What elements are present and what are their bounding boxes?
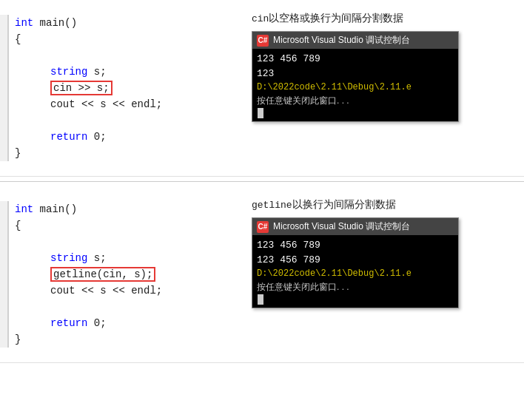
line-content: string s; (9, 252, 107, 264)
line-content: } (9, 333, 21, 345)
getline-console-line-2: 123 456 789 (257, 253, 454, 268)
line-gutter (0, 315, 9, 331)
console-cs-icon: C# (257, 35, 269, 47)
line-gutter (0, 96, 9, 112)
getline-code-line-1: int main() (0, 201, 252, 217)
line-content: getline(cin, s); (9, 267, 155, 282)
line-content: int main() (9, 203, 77, 215)
getline-code-line-7: } (0, 331, 252, 348)
cin-code-area: int main() { string s; cin >> s; (0, 9, 252, 167)
cin-desc-text: 以空格或换行为间隔分割数据 (269, 13, 403, 24)
line-content: return 0; (9, 317, 107, 329)
line-content (9, 50, 21, 61)
cin-console-prompt: 按任意键关闭此窗口. . . (257, 94, 454, 107)
cin-right-panel: cin以空格或换行为间隔分割数据 C# Microsoft Visual Stu… (252, 9, 459, 167)
code-line-6: return 0; (0, 129, 252, 145)
getline-description: getline以换行为间隔分割数据 (252, 198, 396, 211)
code-line-3: string s; (0, 64, 252, 80)
line-content: { (9, 220, 21, 231)
line-gutter (0, 112, 9, 129)
line-content: { (9, 33, 21, 45)
cin-console-title: Microsoft Visual Studio 调试控制台 (273, 34, 410, 47)
line-content (9, 236, 21, 248)
cin-console-window: C# Microsoft Visual Studio 调试控制台 123 456… (252, 31, 459, 122)
getline-code-area: int main() { string s; getline(cin, s); (0, 195, 252, 353)
line-content (9, 301, 21, 313)
keyword-string: string (50, 66, 87, 78)
getline-code-line-2: { (0, 217, 252, 234)
line-gutter (0, 331, 9, 348)
line-gutter (0, 47, 9, 64)
page-container: int main() { string s; cin >> s; (0, 0, 524, 363)
line-content: cout << s << endl; (9, 98, 162, 110)
cin-mono-label: cin (252, 13, 269, 24)
getline-code-line-5: cout << s << endl; (0, 282, 252, 299)
code-line-5: cout << s << endl; (0, 96, 252, 112)
code-line-blank1 (0, 47, 252, 64)
keyword-string: string (50, 252, 87, 264)
keyword-return: return (50, 317, 87, 329)
code-line-7: } (0, 145, 252, 161)
cin-highlight-box: cin >> s; (50, 81, 112, 95)
getline-code-line-blank1 (0, 234, 252, 250)
line-content: string s; (9, 66, 107, 78)
cin-console-body: 123 456 789 123 D:\2022code\2.11\Debug\2… (252, 49, 458, 121)
line-gutter (0, 282, 9, 299)
line-gutter (0, 129, 9, 145)
line-content: return 0; (9, 131, 107, 143)
getline-code-line-4-highlight: getline(cin, s); (0, 266, 252, 282)
getline-right-panel: getline以换行为间隔分割数据 C# Microsoft Visual St… (252, 195, 459, 353)
keyword-int: int (15, 203, 33, 215)
line-gutter (0, 15, 9, 31)
line-gutter (0, 217, 9, 234)
getline-desc-text: 以换行为间隔分割数据 (292, 199, 396, 210)
line-content (9, 115, 21, 126)
cin-console-line-2: 123 (257, 67, 454, 81)
line-gutter (0, 145, 9, 161)
line-content: } (9, 147, 21, 159)
section-divider (0, 181, 524, 182)
getline-section: int main() { string s; getline(cin, s); (0, 186, 524, 363)
line-content: cin >> s; (9, 81, 112, 95)
line-gutter (0, 266, 9, 282)
line-gutter (0, 201, 9, 217)
getline-console-line-1: 123 456 789 (257, 238, 454, 253)
code-line-blank2 (0, 112, 252, 129)
line-gutter (0, 299, 9, 315)
cin-console-path: D:\2022code\2.11\Debug\2.11.e (257, 81, 454, 94)
code-line-4-highlight: cin >> s; (0, 80, 252, 96)
getline-console-window: C# Microsoft Visual Studio 调试控制台 123 456… (252, 217, 459, 308)
getline-console-title: Microsoft Visual Studio 调试控制台 (273, 220, 410, 233)
line-gutter (0, 250, 9, 266)
cin-console-titlebar: C# Microsoft Visual Studio 调试控制台 (252, 32, 458, 49)
getline-console-prompt: 按任意键关闭此窗口. . . (257, 280, 454, 294)
line-content: int main() (9, 17, 77, 29)
keyword-int: int (15, 17, 33, 29)
getline-console-titlebar: C# Microsoft Visual Studio 调试控制台 (252, 218, 458, 235)
console-cs-icon-2: C# (257, 221, 269, 233)
getline-console-path: D:\2022code\2.11\Debug\2.11.e (257, 267, 454, 280)
cin-console-cursor (258, 108, 263, 118)
cin-console-line-1: 123 456 789 (257, 52, 454, 67)
getline-code-line-6: return 0; (0, 315, 252, 331)
getline-code-line-3: string s; (0, 250, 252, 266)
line-gutter (0, 31, 9, 47)
code-line-1: int main() (0, 15, 252, 31)
code-line-2: { (0, 31, 252, 47)
line-gutter (0, 234, 9, 250)
cin-section: int main() { string s; cin >> s; (0, 0, 524, 177)
cin-description: cin以空格或换行为间隔分割数据 (252, 12, 403, 25)
line-content: cout << s << endl; (9, 285, 162, 297)
getline-code-line-blank2 (0, 299, 252, 315)
getline-console-body: 123 456 789 123 456 789 D:\2022code\2.11… (252, 235, 458, 308)
getline-highlight-box: getline(cin, s); (50, 267, 155, 282)
keyword-return: return (50, 131, 87, 143)
getline-mono-label: getline (252, 200, 292, 211)
line-gutter (0, 80, 9, 96)
getline-console-cursor (258, 294, 263, 305)
line-gutter (0, 64, 9, 80)
